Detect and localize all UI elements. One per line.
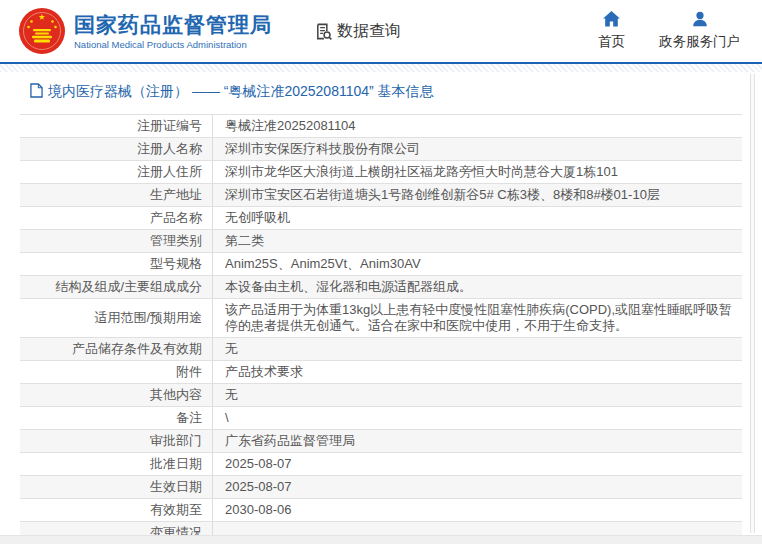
row-value: Anim25S、Anim25Vt、Anim30AV [212,253,742,275]
row-value-text: 无 [225,341,238,357]
row-value: \ [212,407,742,429]
row-label: 产品名称 [20,207,212,229]
row-value-text: 粤械注准20252081104 [225,118,356,134]
row-label: 适用范围/预期用途 [20,299,212,337]
row-value: 2030-08-06 [212,499,742,521]
row-value: 深圳市龙华区大浪街道上横朗社区福龙路旁恒大时尚慧谷大厦1栋101 [212,161,742,183]
table-row: 注册人名称深圳市安保医疗科技股份有限公司 [20,138,742,161]
row-value: 该产品适用于为体重13kg以上患有轻中度慢性阻塞性肺疾病(COPD),或阻塞性睡… [212,299,742,337]
row-value-text: 深圳市安保医疗科技股份有限公司 [225,141,420,157]
row-label-text: 审批部门 [150,433,202,449]
row-label-text: 生产地址 [150,187,202,203]
table-row: 产品储存条件及有效期无 [20,338,742,361]
row-label-text: 产品储存条件及有效期 [72,341,202,357]
hatch-pattern-band [0,64,762,72]
row-value-text: 第二类 [225,233,264,249]
row-label-text: 批准日期 [150,456,202,472]
row-value: 深圳市安保医疗科技股份有限公司 [212,138,742,160]
row-label: 注册证编号 [20,115,212,137]
row-label-text: 注册人住所 [137,164,202,180]
nav-gov-portal[interactable]: 政务服务门户 [659,11,740,51]
row-value: 无创呼吸机 [212,207,742,229]
row-value-text: \ [225,410,229,426]
row-value: 产品技术要求 [212,361,742,383]
table-row: 附件产品技术要求 [20,361,742,384]
row-value: 2025-08-07 [212,453,742,475]
table-row: 结构及组成/主要组成成分本设备由主机、湿化器和电源适配器组成。 [20,276,742,299]
row-label: 生效日期 [20,476,212,498]
row-value-text: 广东省药品监督管理局 [225,433,355,449]
table-row: 生效日期2025-08-07 [20,476,742,499]
row-label: 审批部门 [20,430,212,452]
row-label: 备注 [20,407,212,429]
row-value: 无 [212,384,742,406]
document-search-icon [314,22,333,41]
nav-home-label: 首页 [598,33,625,51]
org-name-en: National Medical Products Administration [74,39,272,50]
row-value: 广东省药品监督管理局 [212,430,742,452]
table-row: 适用范围/预期用途该产品适用于为体重13kg以上患有轻中度慢性阻塞性肺疾病(CO… [20,299,742,338]
row-label-text: 附件 [176,364,202,380]
row-label: 其他内容 [20,384,212,406]
row-label: 生产地址 [20,184,212,206]
content-card: 境内医疗器械（注册） —— “粤械注准20252081104” 基本信息 注册证… [14,72,748,544]
row-value-text: 无 [225,387,238,403]
row-label: 结构及组成/主要组成成分 [20,276,212,298]
row-label: 型号规格 [20,253,212,275]
row-value: 深圳市宝安区石岩街道塘头1号路创维创新谷5# C栋3楼、8楼和8#楼01-10层 [212,184,742,206]
row-label-text: 型号规格 [150,256,202,272]
row-value-text: 2025-08-07 [225,456,292,472]
page-doc-icon [30,83,43,101]
table-row: 备注\ [20,407,742,430]
row-value-text: 产品技术要求 [225,364,303,380]
row-label-text: 注册人名称 [137,141,202,157]
table-row: 注册证编号粤械注准20252081104 [20,115,742,138]
org-title-block: 国家药品监督管理局 National Medical Products Admi… [74,13,272,50]
org-name-cn: 国家药品监督管理局 [74,13,272,37]
row-label-text: 结构及组成/主要组成成分 [55,279,202,295]
row-value: 粤械注准20252081104 [212,115,742,137]
row-label-text: 备注 [176,410,202,426]
table-row: 其他内容无 [20,384,742,407]
user-icon [692,11,708,30]
row-value-text: 深圳市宝安区石岩街道塘头1号路创维创新谷5# C栋3楼、8楼和8#楼01-10层 [225,187,660,203]
row-value: 无 [212,338,742,360]
row-label-text: 生效日期 [150,479,202,495]
table-row: 产品名称无创呼吸机 [20,207,742,230]
row-value-text: 2025-08-07 [225,479,292,495]
nav-gov-portal-label: 政务服务门户 [659,33,740,51]
row-label-text: 产品名称 [150,210,202,226]
table-row: 注册人住所深圳市龙华区大浪街道上横朗社区福龙路旁恒大时尚慧谷大厦1栋101 [20,161,742,184]
row-value-text: 无创呼吸机 [225,210,290,226]
row-label: 注册人住所 [20,161,212,183]
data-query-label: 数据查询 [337,21,401,42]
table-row: 管理类别第二类 [20,230,742,253]
scrollbar-track[interactable] [750,74,755,533]
data-query-entry[interactable]: 数据查询 [314,21,401,42]
info-table: 注册证编号粤械注准20252081104注册人名称深圳市安保医疗科技股份有限公司… [20,114,742,544]
row-value-text: 2030-08-06 [225,502,292,518]
row-value-text: 深圳市龙华区大浪街道上横朗社区福龙路旁恒大时尚慧谷大厦1栋101 [225,164,618,180]
top-nav: 首页 政务服务门户 [598,11,740,51]
row-value: 本设备由主机、湿化器和电源适配器组成。 [212,276,742,298]
top-header: 国家药品监督管理局 National Medical Products Admi… [0,0,762,62]
row-value: 2025-08-07 [212,476,742,498]
table-row: 审批部门广东省药品监督管理局 [20,430,742,453]
table-row: 有效期至2030-08-06 [20,499,742,522]
footer-strip [0,535,762,544]
home-icon [603,11,620,30]
table-row: 生产地址深圳市宝安区石岩街道塘头1号路创维创新谷5# C栋3楼、8楼和8#楼01… [20,184,742,207]
row-label-text: 适用范围/预期用途 [94,310,202,326]
row-label-text: 注册证编号 [137,118,202,134]
row-label-text: 管理类别 [150,233,202,249]
table-row: 型号规格Anim25S、Anim25Vt、Anim30AV [20,253,742,276]
row-value-text: Anim25S、Anim25Vt、Anim30AV [225,256,421,272]
row-label: 注册人名称 [20,138,212,160]
row-label: 有效期至 [20,499,212,521]
row-label: 附件 [20,361,212,383]
breadcrumb: 境内医疗器械（注册） —— “粤械注准20252081104” 基本信息 [20,83,748,101]
row-value-text: 本设备由主机、湿化器和电源适配器组成。 [225,279,472,295]
row-value-text: 该产品适用于为体重13kg以上患有轻中度慢性阻塞性肺疾病(COPD),或阻塞性睡… [225,302,734,334]
nav-home[interactable]: 首页 [598,11,625,51]
row-label: 产品储存条件及有效期 [20,338,212,360]
